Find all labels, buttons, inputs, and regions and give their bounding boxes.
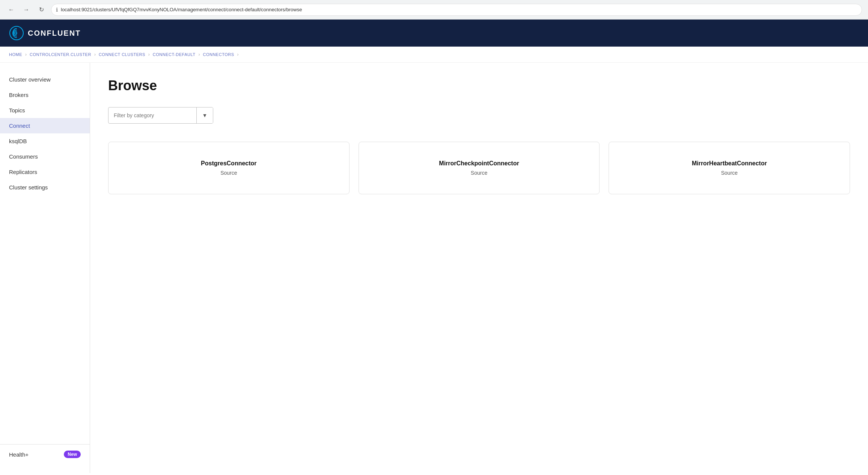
filter-bar: ▼ xyxy=(108,107,850,124)
connector-name-2: MirrorHeartbeatConnector xyxy=(692,160,767,167)
address-bar[interactable]: ℹ localhost:9021/clusters/UfVfqQfGQ7mvvK… xyxy=(51,4,862,16)
browser-chrome: ← → ↻ ℹ localhost:9021/clusters/UfVfqQfG… xyxy=(0,0,868,20)
sidebar-item-replicators[interactable]: Replicators xyxy=(0,164,90,180)
breadcrumb-sep-4: › xyxy=(198,52,200,57)
breadcrumb-controlcenter[interactable]: CONTROLCENTER.CLUSTER xyxy=(30,52,91,57)
health-plus-label: Health+ xyxy=(9,451,29,458)
connectors-grid: PostgresConnector Source MirrorCheckpoin… xyxy=(108,142,850,194)
sidebar-item-brokers[interactable]: Brokers xyxy=(0,87,90,103)
connector-type-1: Source xyxy=(471,170,487,176)
new-badge: New xyxy=(64,451,81,458)
content-area: Browse ▼ PostgresConnector Source Mirror… xyxy=(90,63,868,473)
breadcrumb-sep-5: › xyxy=(237,52,239,57)
breadcrumb: HOME › CONTROLCENTER.CLUSTER › CONNECT C… xyxy=(0,47,868,63)
breadcrumb-home[interactable]: HOME xyxy=(9,52,22,57)
svg-point-1 xyxy=(16,32,17,34)
logo-text: CONFLUENT xyxy=(28,29,81,38)
top-nav: CONFLUENT xyxy=(0,20,868,47)
filter-input[interactable] xyxy=(108,112,196,118)
sidebar-item-cluster-settings[interactable]: Cluster settings xyxy=(0,180,90,195)
connector-type-2: Source xyxy=(721,170,737,176)
filter-chevron-button[interactable]: ▼ xyxy=(196,107,213,123)
url-text: localhost:9021/clusters/UfVfqQfGQ7mvvKon… xyxy=(61,7,302,12)
sidebar-item-ksqldb[interactable]: ksqlDB xyxy=(0,133,90,149)
breadcrumb-connect-clusters[interactable]: CONNECT CLUSTERS xyxy=(99,52,145,57)
breadcrumb-sep-1: › xyxy=(25,52,27,57)
filter-dropdown[interactable]: ▼ xyxy=(108,107,213,124)
main-layout: Cluster overview Brokers Topics Connect … xyxy=(0,63,868,473)
breadcrumb-sep-2: › xyxy=(94,52,96,57)
sidebar-item-cluster-overview[interactable]: Cluster overview xyxy=(0,72,90,87)
breadcrumb-connect-default[interactable]: CONNECT-DEFAULT xyxy=(153,52,196,57)
sidebar-item-connect[interactable]: Connect xyxy=(0,118,90,133)
sidebar-nav: Cluster overview Brokers Topics Connect … xyxy=(0,72,90,444)
connector-card-1[interactable]: MirrorCheckpointConnector Source xyxy=(359,142,600,194)
back-button[interactable]: ← xyxy=(6,5,17,15)
connector-name-0: PostgresConnector xyxy=(201,160,256,167)
sidebar: Cluster overview Brokers Topics Connect … xyxy=(0,63,90,473)
connector-card-2[interactable]: MirrorHeartbeatConnector Source xyxy=(609,142,850,194)
refresh-button[interactable]: ↻ xyxy=(36,5,47,15)
connector-name-1: MirrorCheckpointConnector xyxy=(439,160,519,167)
confluent-logo[interactable]: CONFLUENT xyxy=(9,26,81,41)
sidebar-item-consumers[interactable]: Consumers xyxy=(0,149,90,164)
breadcrumb-sep-3: › xyxy=(148,52,150,57)
sidebar-footer: Health+ New xyxy=(0,444,90,464)
forward-button[interactable]: → xyxy=(21,5,32,15)
sidebar-item-topics[interactable]: Topics xyxy=(0,103,90,118)
breadcrumb-connectors[interactable]: CONNECTORS xyxy=(203,52,234,57)
confluent-logo-icon xyxy=(9,26,24,41)
page-title: Browse xyxy=(108,78,850,94)
connector-type-0: Source xyxy=(220,170,237,176)
connector-card-0[interactable]: PostgresConnector Source xyxy=(108,142,350,194)
info-icon: ℹ xyxy=(56,7,58,13)
